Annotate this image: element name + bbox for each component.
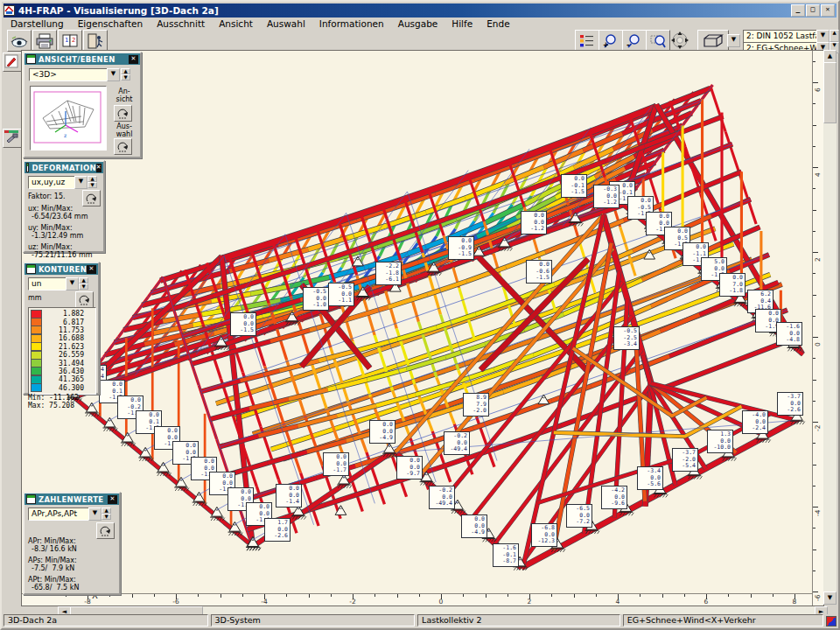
auswahl-apply-button[interactable]: [114, 138, 132, 155]
zahlenwerte-spinner[interactable]: ▲▼: [102, 508, 111, 519]
panel-konturen[interactable]: KONTUREN ✕ un ▼ ▲▼ mm 1.8826.81711.75316…: [23, 262, 100, 395]
zahlenwerte-dropdown[interactable]: ▼: [88, 508, 102, 521]
zoom-in-button[interactable]: +: [598, 30, 623, 52]
deformation-row-value-2: -75.21/11.16 mm: [28, 251, 102, 259]
deformation-combo[interactable]: ux,uy,uz: [28, 176, 78, 189]
menu-item-eigenschaften[interactable]: Eigenschaften: [71, 18, 150, 29]
print-button[interactable]: [32, 30, 57, 52]
panel-konturen-close-icon[interactable]: ✕: [87, 265, 96, 274]
menu-item-ende[interactable]: Ende: [480, 18, 516, 29]
panel-ansicht-close-icon[interactable]: ✕: [129, 55, 138, 64]
scroll-up-icon[interactable]: ▲: [823, 50, 836, 63]
menu-item-ausgabe[interactable]: Ausgabe: [391, 18, 445, 29]
zahlenwerte-row-label-2: APt: Min/Max:: [28, 576, 117, 584]
panel-ansicht-ebenen[interactable]: ANSICHT/EBENEN ✕ <3D> ▼ ▲▼ z An-sic: [23, 52, 142, 158]
panel-icon: [26, 54, 36, 64]
view-3d-dropdown[interactable]: ▼: [727, 34, 740, 47]
menu-item-informationen[interactable]: Informationen: [312, 18, 391, 29]
legend-value: 36.430: [46, 368, 84, 375]
status-field-1: 3D-System: [211, 614, 416, 626]
deformation-row-label-2: uz: Min/Max:: [28, 243, 102, 251]
deformation-spinner[interactable]: ▲▼: [88, 176, 97, 187]
box-3d-icon: [701, 33, 725, 49]
exit-button[interactable]: [83, 30, 108, 52]
pan-button[interactable]: [668, 30, 691, 50]
legend-value: 1.882: [46, 310, 84, 318]
deformation-row-value-1: -1.3/12.49 mm: [28, 232, 102, 240]
svg-text:1: 1: [65, 37, 68, 44]
zoom-out-button[interactable]: -: [622, 30, 647, 52]
zoom-window-button[interactable]: [646, 30, 670, 52]
close-button[interactable]: ✕: [821, 4, 835, 17]
panel-ansicht-titlebar[interactable]: ANSICHT/EBENEN ✕: [24, 53, 140, 65]
hammer-icon: [4, 130, 19, 145]
view-select-combo[interactable]: <3D>: [29, 68, 110, 81]
status-bar: 3D-Dach 2a3D-SystemLastkollektiv 2EG+Sch…: [4, 614, 836, 626]
menu-item-darstellung[interactable]: Darstellung: [4, 18, 71, 29]
printer-icon: [35, 33, 54, 49]
3d-model-view[interactable]: [22, 51, 823, 606]
contour-min: Min: -11.162: [28, 394, 79, 402]
menu-bar: DarstellungEigenschaftenAusschnittAnsich…: [4, 18, 836, 30]
svg-text:2: 2: [72, 37, 75, 44]
ansicht-apply-button[interactable]: [114, 105, 132, 122]
panel-deformation-title: DEFORMATION: [32, 164, 95, 172]
panel-zahlenwerte[interactable]: ZAHLENWERTE ✕ APr,APs,APt ▼ ▲▼ APr: Min/…: [23, 492, 121, 595]
legend-row-8: 41.365: [31, 375, 94, 383]
konturen-spinner[interactable]: ▲▼: [79, 277, 88, 289]
view-select-spinner[interactable]: ▲▼: [121, 68, 130, 80]
curved-arrow-icon: [86, 193, 98, 204]
konturen-combo[interactable]: un: [28, 277, 69, 290]
contour-max: Max: 75.208: [28, 402, 74, 410]
view-3d-button[interactable]: [697, 30, 729, 52]
ruler-vertical: 6420-2-4-6: [812, 51, 823, 606]
edit-mode-button[interactable]: [3, 52, 22, 72]
legend-value: 16.688: [46, 334, 84, 342]
panel-deformation[interactable]: DEFORMATION ✕ ux,uy,uz ▼ ▲▼ Faktor: 15. …: [23, 160, 105, 253]
ansicht-label: An-sicht: [110, 88, 138, 103]
vertical-scrollbar[interactable]: ▲ ▼: [823, 50, 836, 605]
zahlenwerte-row-value-1: -7.5/ 7.9 kN: [28, 564, 117, 572]
panel-ansicht-title: ANSICHT/EBENEN: [38, 55, 116, 64]
legend-row-5: 26.559: [31, 351, 94, 359]
exit-door-icon: [86, 33, 105, 49]
vertical-scroll-thumb[interactable]: [823, 62, 836, 123]
menu-item-ausschnitt[interactable]: Ausschnitt: [150, 18, 212, 29]
deformation-dropdown[interactable]: ▼: [74, 176, 88, 189]
konturen-unit-label: mm: [28, 294, 42, 302]
panel-zahlenwerte-close-icon[interactable]: ✕: [108, 495, 117, 504]
scroll-down-icon[interactable]: ▼: [823, 592, 836, 605]
maximize-button[interactable]: □: [806, 4, 820, 17]
loadcase-dropdown[interactable]: ▼: [816, 30, 830, 43]
konturen-apply-button[interactable]: [75, 291, 94, 308]
svg-text:+: +: [603, 41, 609, 49]
toolbar: 1 2 +: [4, 30, 836, 51]
ruler-horizontal: -8-6-4-202468: [22, 593, 823, 606]
documentation-button[interactable]: 1 2: [58, 30, 82, 52]
roof-preview-thumbnail: z: [31, 87, 104, 148]
view-options-button[interactable]: [7, 30, 32, 52]
faktor-label: Faktor: 15.: [28, 192, 66, 200]
view-select-dropdown[interactable]: ▼: [107, 68, 120, 81]
panel-icon: [26, 264, 36, 274]
menu-item-hilfe[interactable]: Hilfe: [444, 18, 480, 29]
tools-button[interactable]: [3, 129, 22, 148]
menu-item-auswahl[interactable]: Auswahl: [260, 18, 312, 29]
curved-arrow-icon: [79, 295, 91, 305]
auswahl-label: Aus-wahl: [110, 122, 138, 138]
minimize-button[interactable]: _: [791, 4, 805, 17]
curved-arrow-icon: [117, 108, 130, 119]
konturen-dropdown[interactable]: ▼: [66, 277, 79, 290]
app-window: 4H-FRAP - Visualisierung [3D-Dach 2a] _ …: [0, 0, 840, 630]
zahlenwerte-combo[interactable]: APr,APs,APt: [28, 508, 92, 521]
view-preview[interactable]: z: [30, 86, 107, 150]
menu-item-ansicht[interactable]: Ansicht: [212, 18, 260, 29]
legend-swatch: [31, 383, 42, 392]
svg-text:z: z: [64, 132, 66, 138]
zoom-window-icon: [649, 33, 667, 49]
legend-value: 31.494: [46, 360, 84, 368]
title-bar[interactable]: 4H-FRAP - Visualisierung [3D-Dach 2a] _ …: [4, 4, 836, 18]
tree-list-button[interactable]: [575, 30, 599, 52]
panel-deformation-close-icon[interactable]: ✕: [96, 164, 102, 172]
window-title: 4H-FRAP - Visualisierung [3D-Dach 2a]: [18, 5, 219, 16]
